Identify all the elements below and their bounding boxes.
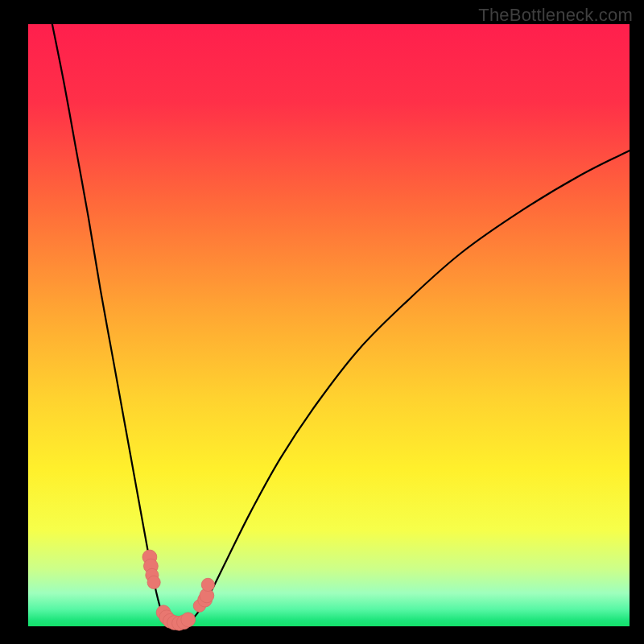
bottleneck-chart-svg	[0, 0, 644, 644]
data-marker	[147, 576, 160, 588]
data-marker	[201, 578, 214, 591]
plot-gradient-background	[28, 24, 630, 626]
watermark-text: TheBottleneck.com	[478, 5, 633, 26]
data-marker	[181, 613, 196, 627]
chart-root: TheBottleneck.com	[0, 0, 644, 644]
